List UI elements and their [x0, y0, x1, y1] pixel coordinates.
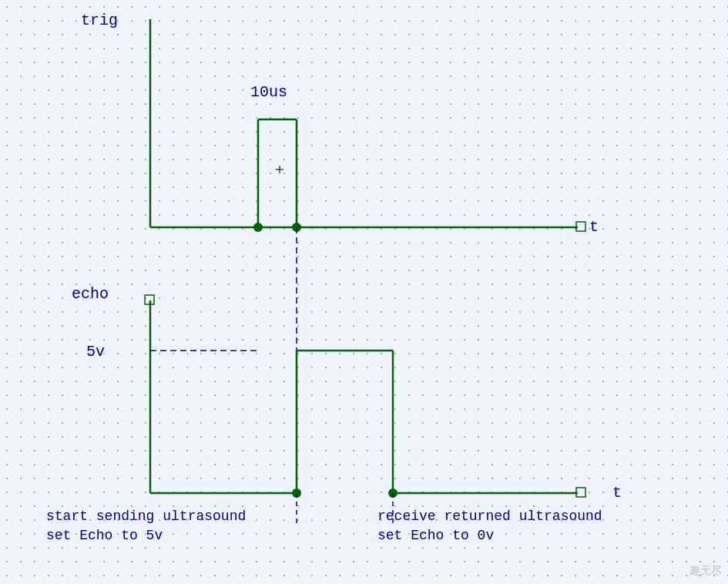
time-echo-label: t: [612, 484, 622, 502]
annotation-right: receive returned ultrasound set Echo to …: [377, 507, 602, 545]
watermark: 趣无尽: [689, 564, 722, 578]
pulse-width-label: 10us: [250, 83, 287, 101]
echo-label: echo: [72, 285, 109, 303]
trig-label: trig: [81, 12, 118, 29]
svg-point-7: [253, 223, 263, 232]
time-trig-label: t: [589, 218, 599, 236]
echo-voltage-label: 5v: [86, 343, 105, 361]
annotation-left: start sending ultrasound set Echo to 5v: [46, 507, 246, 545]
